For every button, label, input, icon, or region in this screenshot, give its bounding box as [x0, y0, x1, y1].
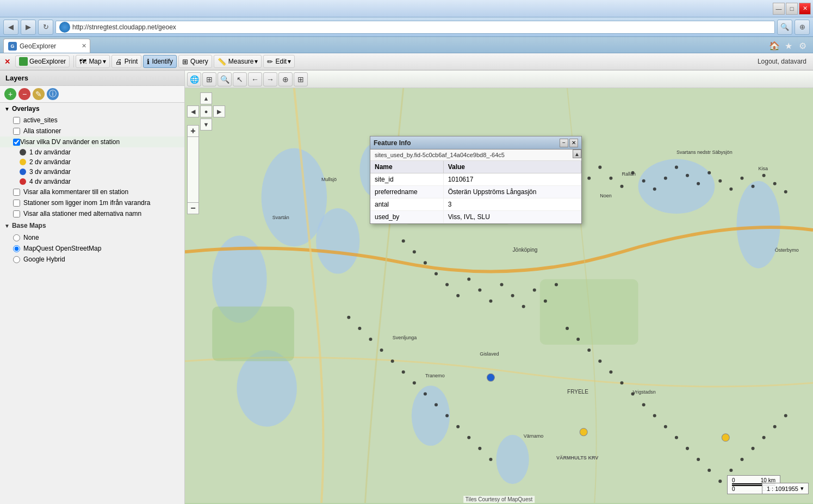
zoom-full-button[interactable]: ⊞: [202, 72, 216, 86]
visar-alla-kommentarer-checkbox[interactable]: [13, 189, 20, 196]
layer-item-stationer-inom-1m: Stationer som ligger inom 1m ifrån varan…: [0, 197, 184, 208]
minimize-button[interactable]: —: [773, 3, 785, 15]
visar-alla-stationer-checkbox[interactable]: [13, 210, 20, 217]
identify-menu-icon: ℹ: [147, 58, 150, 66]
max-extent-button[interactable]: ⊕: [278, 72, 293, 86]
pan-button[interactable]: ↖: [233, 72, 247, 86]
table-row: preferredname Österän Uppströms Långasjö…: [370, 186, 581, 198]
legend-item-2dv: 2 dv användar: [0, 157, 184, 167]
svg-text:Jönköping: Jönköping: [513, 247, 538, 253]
scale-dropdown-icon[interactable]: ▾: [800, 485, 804, 492]
svg-point-76: [478, 447, 481, 450]
basemap-google-radio[interactable]: [13, 256, 20, 263]
svg-point-42: [718, 179, 722, 183]
svg-point-81: [598, 359, 601, 363]
pan-center-button[interactable]: ●: [200, 105, 212, 117]
measure-menu-button[interactable]: 📏 Measure ▾: [214, 55, 262, 68]
zoom-in-button[interactable]: 🔍: [218, 72, 232, 86]
zoom-slider[interactable]: [187, 137, 199, 202]
svg-point-58: [500, 283, 504, 287]
cell-site-id-value: 1010617: [443, 173, 581, 186]
active-sites-checkbox[interactable]: [13, 117, 20, 124]
basemap-google-label: Google Hybrid: [23, 256, 65, 263]
pan-up-button[interactable]: ▲: [200, 92, 212, 104]
pan-right-button[interactable]: ▶: [213, 105, 225, 117]
app-logo-icon: [19, 57, 28, 66]
overlays-group-header[interactable]: ▼ Overlays: [0, 103, 184, 115]
svg-point-61: [533, 289, 536, 292]
visar-vilka-dv-checkbox[interactable]: [13, 139, 20, 146]
next-extent-button[interactable]: →: [263, 72, 277, 86]
basemap-mapquest-label: MapQuest OpenStreetMap: [23, 245, 101, 252]
svg-point-68: [391, 359, 394, 363]
svg-point-39: [686, 174, 689, 177]
add-layer-button[interactable]: +: [4, 88, 16, 100]
visar-alla-kommentarer-label: Visar alla kommentarer till en station: [23, 188, 128, 196]
svg-point-46: [762, 174, 766, 177]
feature-info-close-button[interactable]: ✕: [569, 139, 578, 147]
visar-vilka-dv-label: Visar vilka DV använder en station: [20, 138, 120, 146]
prev-extent-button[interactable]: ←: [248, 72, 262, 86]
query-menu-button[interactable]: ⊞ Query: [178, 55, 212, 68]
pan-left-button[interactable]: ◀: [187, 105, 199, 117]
pan-down-button[interactable]: ▼: [200, 119, 212, 130]
svg-point-48: [784, 190, 787, 194]
search-button[interactable]: 🔍: [777, 20, 792, 35]
browser-tab-icons: 🏠 ★ ⚙: [768, 40, 813, 53]
query-menu-label: Query: [190, 58, 208, 65]
browser-close-button[interactable]: ✕: [799, 3, 811, 15]
identify-menu-button[interactable]: ℹ Identify: [143, 55, 177, 68]
edit-menu-label: Edit: [275, 58, 287, 65]
maximize-button[interactable]: □: [786, 3, 798, 15]
legend-item-3dv: 3 dv användar: [0, 167, 184, 177]
favorites-icon[interactable]: ★: [783, 40, 795, 52]
stationer-inom-1m-checkbox[interactable]: [13, 200, 20, 207]
svg-point-69: [402, 370, 405, 374]
browser-tab-geoexplorer[interactable]: G GeoExplorer ✕: [3, 39, 90, 53]
logout-label[interactable]: Logout, datavard: [758, 58, 806, 65]
toolbar-right: Logout, datavard: [758, 58, 811, 65]
svg-point-91: [708, 469, 711, 472]
settings-icon[interactable]: ⚙: [797, 40, 809, 52]
globe-tool-button[interactable]: 🌐: [187, 72, 201, 86]
map-area[interactable]: 🌐 ⊞ 🔍 ↖ ← → ⊕ ⊞: [185, 71, 813, 504]
address-bar[interactable]: http://stnregtest.cloudapp.net/geoex: [55, 21, 775, 34]
stop-button[interactable]: ⊕: [795, 20, 810, 35]
map-menu-button[interactable]: 🗺 Map ▾: [76, 55, 109, 68]
svg-point-94: [740, 458, 743, 461]
app-logo-button[interactable]: GeoExplorer: [15, 55, 70, 67]
svg-point-85: [642, 403, 646, 407]
svg-point-95: [752, 447, 755, 450]
identify-menu-label: Identify: [152, 58, 173, 65]
svg-point-80: [587, 349, 591, 352]
zoom-in-map-button[interactable]: +: [187, 125, 199, 137]
basemap-none-radio[interactable]: [13, 234, 20, 241]
svg-point-64: [347, 316, 350, 319]
cell-preferredname-name: preferredname: [370, 186, 443, 198]
refresh-button[interactable]: ↻: [38, 20, 53, 35]
grid-button[interactable]: ⊞: [294, 72, 308, 86]
info-layer-button[interactable]: ⓘ: [47, 88, 59, 100]
back-button[interactable]: ◀: [3, 20, 18, 35]
zoom-out-map-button[interactable]: −: [187, 202, 199, 214]
remove-layer-button[interactable]: −: [18, 88, 30, 100]
scroll-up-button[interactable]: ▲: [573, 150, 581, 158]
table-row: antal 3: [370, 198, 581, 211]
svg-point-32: [609, 177, 612, 180]
browser-tabbar: G GeoExplorer ✕ 🏠 ★ ⚙: [0, 37, 813, 53]
print-menu-button[interactable]: 🖨 Print: [111, 55, 142, 68]
measure-menu-arrow: ▾: [255, 58, 258, 65]
alla-stationer-checkbox[interactable]: [13, 128, 20, 135]
basemap-mapquest-radio[interactable]: [13, 245, 20, 252]
svg-point-7: [237, 350, 296, 427]
tab-close-button[interactable]: ✕: [80, 42, 88, 50]
base-maps-section-header[interactable]: ▼ Base Maps: [0, 219, 184, 232]
svg-point-101: [722, 434, 729, 441]
app-close-button[interactable]: ✕: [2, 57, 12, 66]
edit-menu-button[interactable]: ✏ Edit ▾: [263, 55, 295, 68]
edit-layer-button[interactable]: ✎: [33, 88, 45, 100]
feature-info-minimize-button[interactable]: −: [560, 139, 568, 147]
forward-button[interactable]: ▶: [21, 20, 36, 35]
main-layout: Layers + − ✎ ⓘ ▼ Overlays active_sites A…: [0, 71, 813, 504]
home-icon[interactable]: 🏠: [768, 40, 780, 52]
